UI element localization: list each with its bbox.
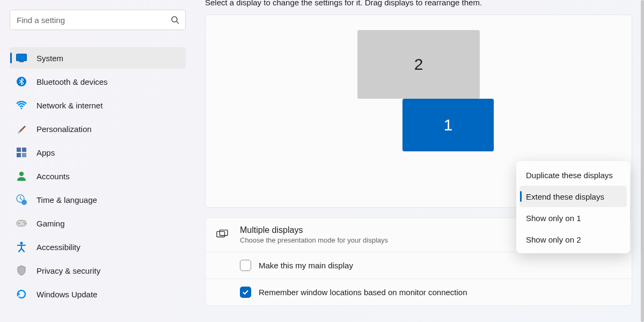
dropdown-item-extend[interactable]: Extend these displays (519, 186, 627, 207)
nav-item-gaming[interactable]: Gaming (10, 213, 186, 234)
svg-point-14 (18, 223, 19, 224)
nav-item-bluetooth[interactable]: Bluetooth & devices (10, 71, 186, 92)
update-icon (16, 289, 27, 299)
search-input[interactable] (10, 10, 186, 30)
search-icon[interactable] (171, 16, 179, 24)
option-label: Remember window locations based on monit… (259, 288, 467, 297)
shield-icon (16, 265, 27, 276)
nav-label: Privacy & security (36, 266, 100, 275)
nav-label: Gaming (36, 219, 65, 228)
svg-rect-9 (22, 153, 26, 157)
svg-point-0 (172, 17, 177, 22)
svg-point-5 (21, 108, 23, 109)
apps-icon (16, 147, 27, 158)
nav-item-network[interactable]: Network & internet (10, 94, 186, 116)
vertical-scrollbar[interactable] (641, 0, 644, 322)
sidebar: System Bluetooth & devices Network & int… (0, 0, 193, 322)
dropdown-item-duplicate[interactable]: Duplicate these displays (519, 164, 627, 186)
page-subtitle: Select a display to change the settings … (205, 0, 632, 7)
dropdown-item-show-only-2[interactable]: Show only on 2 (519, 229, 627, 250)
nav-label: Time & language (36, 195, 97, 204)
option-label: Make this my main display (259, 261, 353, 270)
nav-item-accounts[interactable]: Accounts (10, 165, 186, 187)
dropdown-item-show-only-1[interactable]: Show only on 1 (519, 207, 627, 229)
search-box (10, 10, 186, 30)
svg-point-16 (24, 223, 25, 224)
nav-item-personalization[interactable]: Personalization (10, 118, 186, 140)
nav-label: Personalization (36, 125, 92, 134)
svg-rect-3 (19, 61, 24, 62)
clock-globe-icon (16, 194, 27, 205)
svg-rect-18 (217, 231, 225, 237)
option-main-display[interactable]: Make this my main display (206, 252, 632, 279)
wifi-icon (16, 100, 27, 111)
multiple-displays-subtitle: Choose the presentation mode for your di… (240, 236, 388, 244)
monitor-1[interactable]: 1 (402, 99, 494, 151)
bluetooth-icon (16, 76, 27, 87)
nav-label: System (36, 54, 63, 63)
svg-point-10 (19, 172, 24, 176)
nav-label: Network & internet (36, 101, 103, 110)
paintbrush-icon (16, 123, 27, 134)
nav-label: Windows Update (36, 290, 97, 299)
svg-point-12 (21, 200, 27, 205)
nav-item-time-language[interactable]: Time & language (10, 189, 186, 210)
nav-list: System Bluetooth & devices Network & int… (10, 47, 186, 305)
svg-line-1 (177, 21, 179, 24)
monitor-2[interactable]: 2 (357, 30, 480, 99)
nav-label: Accounts (36, 172, 70, 181)
nav-item-windows-update[interactable]: Windows Update (10, 283, 186, 305)
svg-rect-6 (17, 148, 21, 152)
multiple-displays-title: Multiple displays (240, 225, 388, 235)
svg-rect-19 (219, 230, 228, 235)
display-arrangement-area[interactable]: 2 1 (216, 30, 621, 170)
checkbox-unchecked-icon[interactable] (240, 260, 251, 271)
nav-item-apps[interactable]: Apps (10, 142, 186, 163)
svg-rect-8 (17, 153, 21, 157)
account-icon (16, 171, 27, 181)
system-icon (16, 53, 27, 63)
nav-label: Bluetooth & devices (36, 77, 108, 86)
checkbox-checked-icon[interactable] (240, 287, 251, 298)
svg-point-17 (20, 242, 23, 245)
nav-item-accessibility[interactable]: Accessibility (10, 236, 186, 258)
gamepad-icon (16, 218, 27, 229)
nav-item-privacy[interactable]: Privacy & security (10, 260, 186, 281)
nav-label: Apps (36, 148, 55, 157)
accessibility-icon (16, 241, 27, 252)
nav-label: Accessibility (36, 243, 80, 252)
nav-item-system[interactable]: System (10, 47, 186, 69)
svg-rect-2 (17, 54, 27, 61)
displays-icon (216, 229, 228, 241)
svg-rect-7 (22, 148, 26, 152)
display-mode-dropdown: Duplicate these displays Extend these di… (516, 161, 630, 253)
svg-point-15 (23, 222, 24, 223)
option-remember-window-locations[interactable]: Remember window locations based on monit… (206, 279, 632, 305)
main-content: Select a display to change the settings … (193, 0, 644, 322)
